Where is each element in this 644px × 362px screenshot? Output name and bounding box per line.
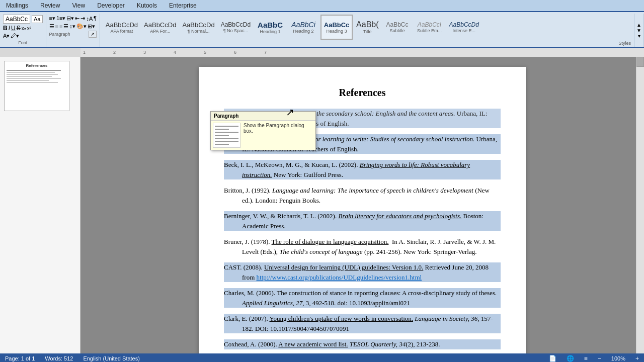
ref-plain: Coxhead, A. (2000). (224, 340, 278, 348)
ref-entry-cast2008: CAST. (2008). Universal design for learn… (224, 262, 501, 282)
ref-entry-berninger2002: Berninger, V. W., & Richards, T. L. (200… (224, 211, 501, 231)
ref-plain: Charles, M. (2006). The construction of … (224, 289, 497, 297)
align-center-btn[interactable]: ≡ (55, 24, 58, 30)
tab-developer[interactable]: Developer (91, 0, 131, 11)
superscript-btn[interactable]: x² (27, 25, 31, 32)
style-title[interactable]: AaBb( Title (354, 15, 381, 40)
bold-btn[interactable]: B (3, 25, 8, 32)
ref-italic: TESOL Quarterly, 34 (350, 340, 406, 348)
scrollbar-thumb[interactable] (636, 57, 644, 67)
paragraph-group-label: Paragraph (49, 32, 70, 37)
numbering-btn[interactable]: 1≡▾ (56, 15, 66, 22)
increase-indent-btn[interactable]: ⇥ (80, 15, 85, 22)
ref-rest2: (2), 213-238. (406, 340, 440, 348)
ribbon: Mailings Review View Developer Kutools E… (0, 0, 644, 57)
align-left-btn[interactable]: ☰ (49, 23, 54, 30)
style-no-space[interactable]: AaBbCcDd ¶ No Spac... (218, 15, 253, 40)
underline-btn[interactable]: U (11, 25, 16, 32)
highlight-btn[interactable]: 🖊▾ (11, 33, 19, 39)
tooltip-header: Paragraph (211, 112, 315, 121)
align-right-btn[interactable]: ≡ (59, 24, 62, 30)
ref-entry-britton1992: Britton, J. (1992). Language and learnin… (224, 186, 501, 205)
italic-btn[interactable]: I (9, 25, 10, 32)
style-apa-for[interactable]: AaBbCcDd APA For... (141, 15, 179, 40)
ref-entry-charles2006: Charles, M. (2006). The construction of … (224, 288, 501, 308)
document-area[interactable]: References Applebee, A. N. (1981). Writi… (80, 57, 644, 353)
ref-entry-beck2002: Beck, I. L., McKeown, M. G., & Kucan, L.… (224, 160, 501, 179)
style-heading3[interactable]: AaBbCc Heading 3 (320, 15, 353, 40)
document-thumbnail: References (4, 61, 69, 111)
zoom-in-btn[interactable]: + (635, 355, 639, 362)
strikethrough-btn[interactable]: S (17, 25, 21, 32)
style-normal[interactable]: AaBbCcDd ¶ Normal... (180, 15, 217, 40)
ref-entry-clark2007: Clark, E. (2007). Young children's uptak… (224, 314, 501, 333)
tab-kutools[interactable]: Kutools (131, 0, 163, 11)
font-size-btn[interactable]: Aa (32, 15, 42, 23)
styles-scroll-up-btn[interactable]: ▲ (636, 22, 641, 28)
bullets-btn[interactable]: ≡▾ (49, 15, 55, 22)
font-name-btn[interactable]: AaBbCc (3, 15, 30, 24)
ref-italic2: The child's concept of language (279, 248, 362, 255)
left-sidebar: References (0, 57, 80, 353)
shading-btn[interactable]: 🎨▾ (76, 23, 87, 30)
view-print-btn[interactable]: 📄 (549, 355, 556, 362)
multilevel-btn[interactable]: ⊟▾ (66, 15, 74, 22)
ref-link[interactable]: http://www.cast.org/publications/UDLguid… (257, 274, 422, 281)
ref-rest2: (pp. 241-256). New York: Springer-Verlag… (363, 248, 477, 255)
decrease-indent-btn[interactable]: ⇤ (75, 15, 79, 22)
ref-plain: Berninger, V. W., & Richards, T. L. (200… (224, 212, 338, 220)
line-spacing-btn[interactable]: ↕▾ (69, 23, 75, 30)
document-page: References Applebee, A. N. (1981). Writi… (199, 67, 526, 353)
ref-plain: Beck, I. L., McKeown, M. G., & Kucan, L.… (224, 161, 360, 168)
tab-mailings[interactable]: Mailings (0, 0, 34, 11)
style-subtle-em[interactable]: AaBbCcI Subtle Em... (414, 15, 446, 40)
font-color-btn[interactable]: A▾ (3, 33, 10, 39)
tooltip-text: Show the Paragraph dialog box. (244, 123, 313, 148)
view-web-btn[interactable]: 🌐 (567, 355, 574, 362)
show-marks-btn[interactable]: ¶ (94, 15, 96, 22)
ref-italic: Language in Society, 36 (415, 315, 477, 322)
tab-view[interactable]: View (66, 0, 91, 11)
ref-italic: Contexts for learning to write: Studies … (289, 135, 475, 143)
ribbon-tab-bar: Mailings Review View Developer Kutools E… (0, 0, 644, 12)
border-btn[interactable]: ⊞▾ (88, 23, 95, 30)
style-intense-e[interactable]: AaBbCcDd Intense E... (447, 15, 481, 40)
ruler: 1 2 3 4 5 6 7 (0, 48, 644, 57)
paragraph-dialog-btn[interactable]: ↗ (89, 31, 97, 38)
main-layout: References References Applebee, A. N. (1… (0, 57, 644, 353)
styles-group: AaBbCcDd APA format AaBbCcDd APA For... … (100, 14, 634, 47)
style-apa-format[interactable]: AaBbCcDd APA format (103, 15, 140, 40)
paragraph-dialog-tooltip: Paragraph Show the Paragraph dialog box. (210, 111, 316, 150)
style-heading2[interactable]: AaBbCi Heading 2 (287, 15, 319, 40)
ref-rest: New York: Guilford Press. (272, 171, 344, 178)
ref-entry-coxhead2000: Coxhead, A. (2000). A new academic word … (224, 339, 501, 349)
language-indicator: English (United States) (83, 355, 140, 361)
ref-plain: CAST. (2008). (224, 263, 264, 271)
subscript-btn[interactable]: x₂ (22, 25, 26, 32)
styles-group-label: Styles (103, 41, 631, 46)
status-bar: Page: 1 of 1 Words: 512 English (United … (0, 353, 644, 362)
sort-btn[interactable]: ↕A (86, 16, 93, 22)
styles-more-btn[interactable]: ▾ (636, 33, 641, 39)
style-subtitle[interactable]: AaBbCc Subtitle (382, 15, 413, 40)
ref-rest: , 3, 492-518. doi: 10.1093/applin/aml021 (302, 299, 410, 307)
scrollbar-vertical[interactable] (636, 57, 644, 353)
zoom-level: 100% (611, 355, 625, 361)
styles-scroll-down-btn[interactable]: ▼ (636, 28, 641, 33)
ref-underline: Young children's uptake of new words in … (270, 315, 414, 322)
nav-pane: References (2, 59, 78, 115)
tab-enterprise[interactable]: Enterprise (163, 0, 203, 11)
style-heading1[interactable]: AaBbC Heading 1 (254, 15, 286, 40)
ref-entry-bruner1978: Bruner, J. (1978). The role of dialogue … (224, 237, 501, 256)
justify-btn[interactable]: ☰ (63, 23, 68, 30)
paragraph-group: ≡▾ 1≡▾ ⊟▾ ⇤ ⇥ ↕A ¶ ☰ ≡ ≡ ☰ ↕▾ 🎨▾ ⊞▾ Para… (46, 14, 100, 47)
zoom-out-btn[interactable]: − (598, 355, 601, 362)
ref-underline: Universal design for learning (UDL) guid… (264, 263, 423, 271)
tab-review[interactable]: Review (34, 0, 66, 11)
view-outline-btn[interactable]: ≡ (584, 355, 588, 362)
ref-italic-underline: Brain literacy for educators and psychol… (338, 212, 461, 220)
word-count: Words: 512 (45, 355, 73, 361)
ref-plain: Clark, E. (2007). (224, 315, 270, 322)
ref-underline: A new academic word list. (278, 340, 348, 348)
ref-plain: Bruner, J. (1978). (224, 238, 272, 245)
